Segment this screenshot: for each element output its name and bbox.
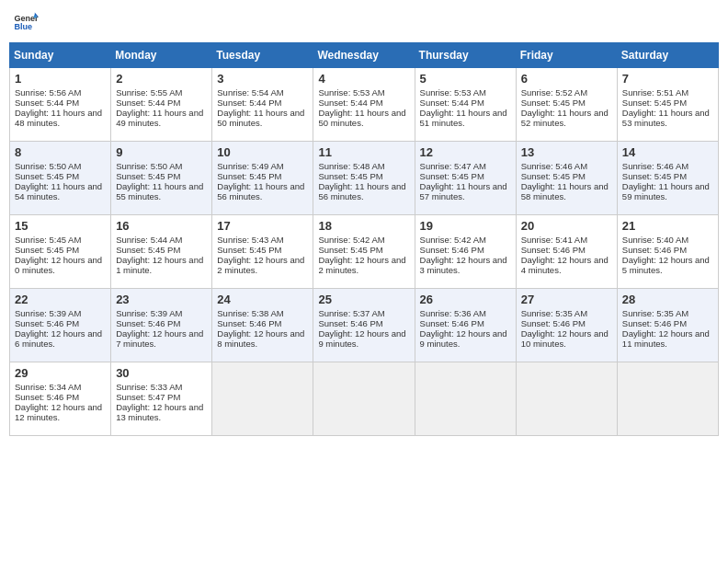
sunrise: Sunrise: 5:50 AM	[116, 161, 182, 171]
calendar-cell: 14Sunrise: 5:46 AMSunset: 5:45 PMDayligh…	[617, 142, 718, 215]
calendar-cell: 17Sunrise: 5:43 AMSunset: 5:45 PMDayligh…	[212, 215, 313, 289]
calendar-cell	[212, 362, 313, 436]
calendar-table: SundayMondayTuesdayWednesdayThursdayFrid…	[9, 42, 719, 436]
sunset: Sunset: 5:44 PM	[15, 98, 79, 108]
sunset: Sunset: 5:47 PM	[116, 392, 180, 402]
sunrise: Sunrise: 5:48 AM	[318, 161, 384, 171]
day-header-sunday: Sunday	[10, 43, 111, 68]
sunrise: Sunrise: 5:51 AM	[622, 87, 688, 98]
calendar-cell	[313, 362, 415, 436]
calendar-cell: 29Sunrise: 5:34 AMSunset: 5:46 PMDayligh…	[10, 362, 111, 436]
sunrise: Sunrise: 5:42 AM	[420, 235, 486, 245]
sunset: Sunset: 5:45 PM	[622, 171, 687, 181]
sunset: Sunset: 5:46 PM	[420, 245, 484, 255]
day-number: 13	[521, 145, 612, 159]
sunset: Sunset: 5:46 PM	[622, 245, 687, 255]
day-number: 11	[318, 145, 409, 159]
sunrise: Sunrise: 5:46 AM	[622, 161, 688, 171]
sunset: Sunset: 5:45 PM	[420, 171, 484, 181]
sunset: Sunset: 5:45 PM	[622, 98, 687, 108]
calendar-cell: 4Sunrise: 5:53 AMSunset: 5:44 PMDaylight…	[313, 68, 415, 142]
daylight: Daylight: 12 hours and 6 minutes.	[15, 328, 102, 349]
sunset: Sunset: 5:46 PM	[521, 318, 586, 328]
day-number: 21	[622, 219, 713, 233]
calendar-cell: 12Sunrise: 5:47 AMSunset: 5:45 PMDayligh…	[415, 142, 516, 215]
day-number: 22	[15, 293, 106, 306]
sunset: Sunset: 5:44 PM	[116, 98, 180, 108]
day-number: 17	[217, 219, 308, 233]
daylight: Daylight: 11 hours and 57 minutes.	[420, 181, 507, 201]
day-number: 20	[521, 219, 612, 233]
calendar-cell: 5Sunrise: 5:53 AMSunset: 5:44 PMDaylight…	[415, 68, 516, 142]
day-number: 7	[622, 72, 713, 86]
day-number: 30	[116, 366, 207, 380]
sunrise: Sunrise: 5:50 AM	[15, 161, 81, 171]
calendar-body: 1Sunrise: 5:56 AMSunset: 5:44 PMDaylight…	[10, 68, 719, 436]
calendar-cell	[516, 362, 617, 436]
sunset: Sunset: 5:45 PM	[521, 98, 586, 108]
sunrise: Sunrise: 5:45 AM	[15, 235, 81, 245]
calendar-cell: 27Sunrise: 5:35 AMSunset: 5:46 PMDayligh…	[516, 289, 617, 362]
daylight: Daylight: 11 hours and 49 minutes.	[116, 108, 203, 128]
daylight: Daylight: 12 hours and 12 minutes.	[15, 402, 102, 422]
day-header-thursday: Thursday	[415, 43, 516, 68]
sunset: Sunset: 5:45 PM	[217, 171, 281, 181]
daylight: Daylight: 11 hours and 51 minutes.	[420, 108, 507, 128]
calendar-cell: 2Sunrise: 5:55 AMSunset: 5:44 PMDaylight…	[111, 68, 212, 142]
calendar-cell: 22Sunrise: 5:39 AMSunset: 5:46 PMDayligh…	[10, 289, 111, 362]
sunset: Sunset: 5:46 PM	[622, 318, 687, 328]
calendar-cell: 13Sunrise: 5:46 AMSunset: 5:45 PMDayligh…	[516, 142, 617, 215]
daylight: Daylight: 12 hours and 2 minutes.	[217, 255, 304, 275]
sunset: Sunset: 5:46 PM	[217, 318, 281, 328]
calendar-cell: 7Sunrise: 5:51 AMSunset: 5:45 PMDaylight…	[617, 68, 718, 142]
sunset: Sunset: 5:46 PM	[521, 245, 586, 255]
day-number: 14	[622, 145, 713, 159]
sunrise: Sunrise: 5:55 AM	[116, 87, 182, 98]
day-number: 24	[217, 293, 308, 306]
sunset: Sunset: 5:46 PM	[116, 318, 180, 328]
day-number: 18	[318, 219, 409, 233]
day-number: 5	[420, 72, 511, 86]
daylight: Daylight: 11 hours and 53 minutes.	[622, 108, 710, 128]
daylight: Daylight: 11 hours and 56 minutes.	[217, 181, 304, 201]
calendar-cell: 6Sunrise: 5:52 AMSunset: 5:45 PMDaylight…	[516, 68, 617, 142]
daylight: Daylight: 12 hours and 11 minutes.	[622, 328, 710, 349]
sunset: Sunset: 5:45 PM	[318, 245, 382, 255]
sunrise: Sunrise: 5:42 AM	[318, 235, 384, 245]
sunset: Sunset: 5:44 PM	[217, 98, 281, 108]
day-number: 28	[622, 293, 713, 306]
sunrise: Sunrise: 5:36 AM	[420, 308, 486, 318]
day-number: 23	[116, 293, 207, 306]
daylight: Daylight: 12 hours and 3 minutes.	[420, 255, 507, 275]
daylight: Daylight: 12 hours and 8 minutes.	[217, 328, 304, 349]
sunrise: Sunrise: 5:35 AM	[521, 308, 587, 318]
day-number: 12	[420, 145, 511, 159]
day-number: 26	[420, 293, 511, 306]
sunset: Sunset: 5:45 PM	[521, 171, 586, 181]
daylight: Daylight: 12 hours and 9 minutes.	[420, 328, 507, 349]
calendar-week-row: 1Sunrise: 5:56 AMSunset: 5:44 PMDaylight…	[10, 68, 719, 142]
calendar-cell	[617, 362, 718, 436]
svg-text:Blue: Blue	[14, 22, 32, 31]
sunrise: Sunrise: 5:54 AM	[217, 87, 283, 98]
sunrise: Sunrise: 5:33 AM	[116, 382, 182, 392]
day-number: 4	[318, 72, 409, 86]
day-header-wednesday: Wednesday	[313, 43, 415, 68]
calendar-cell: 24Sunrise: 5:38 AMSunset: 5:46 PMDayligh…	[212, 289, 313, 362]
daylight: Daylight: 12 hours and 2 minutes.	[318, 255, 405, 275]
calendar-cell: 9Sunrise: 5:50 AMSunset: 5:45 PMDaylight…	[111, 142, 212, 215]
sunrise: Sunrise: 5:47 AM	[420, 161, 486, 171]
sunrise: Sunrise: 5:46 AM	[521, 161, 587, 171]
daylight: Daylight: 12 hours and 7 minutes.	[116, 328, 203, 349]
calendar-week-row: 29Sunrise: 5:34 AMSunset: 5:46 PMDayligh…	[10, 362, 719, 436]
page-header: General Blue	[9, 9, 719, 35]
sunrise: Sunrise: 5:44 AM	[116, 235, 182, 245]
calendar-cell: 21Sunrise: 5:40 AMSunset: 5:46 PMDayligh…	[617, 215, 718, 289]
day-number: 16	[116, 219, 207, 233]
daylight: Daylight: 12 hours and 5 minutes.	[622, 255, 710, 275]
day-number: 2	[116, 72, 207, 86]
sunrise: Sunrise: 5:43 AM	[217, 235, 283, 245]
day-number: 9	[116, 145, 207, 159]
calendar-cell: 25Sunrise: 5:37 AMSunset: 5:46 PMDayligh…	[313, 289, 415, 362]
day-number: 10	[217, 145, 308, 159]
